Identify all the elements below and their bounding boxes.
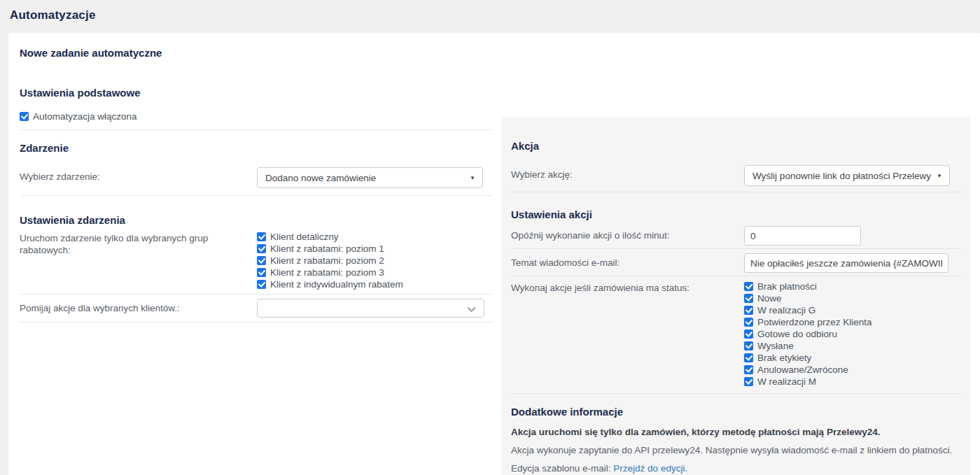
edit-template-label: Edycja szablonu e-mail: [511,463,611,474]
checkbox-checked-icon[interactable] [257,244,266,253]
delay-minutes-input[interactable] [744,226,861,246]
email-subject-input[interactable] [744,253,948,273]
discount-groups-checkbox-list: Klient detaliczny Klient z rabatami: poz… [257,231,403,290]
page-title: Automatyzacje [0,0,980,33]
section-heading-basic-settings: Ustawienia podstawowe [20,86,493,99]
divider [511,276,960,276]
discount-groups-row: Uruchom zdarzenie tylko dla wybranych gr… [20,231,493,290]
section-heading-event-settings: Ustawienia zdarzenia [20,213,493,227]
action-select[interactable]: Wyślij ponownie link do płatności Przele… [744,165,950,186]
automation-enabled-checkbox[interactable]: Automatyzacja włączona [20,111,493,122]
action-select-row: Wybierz akcję: Wyślij ponownie link do p… [511,165,960,186]
divider [511,248,960,249]
order-status-checkbox[interactable]: Brak etykiety [744,352,872,364]
divider [20,195,493,196]
divider [20,294,493,295]
checkbox-checked-icon[interactable] [257,232,266,241]
discount-group-checkbox[interactable]: Klient z indywidualnym rabatem [257,278,403,290]
email-subject-row: Temat wiadomości e-mail: [511,253,960,273]
skip-customers-select[interactable] [257,299,484,318]
divider [20,322,493,322]
event-select-label: Wybierz zdarzenie: [20,167,257,183]
email-subject-label: Temat wiadomości e-mail: [511,253,744,269]
skip-customers-label: Pomijaj akcje dla wybranych klientów.: [20,299,257,314]
caret-down-icon: ▼ [931,173,942,179]
section-heading-event: Zdarzenie [20,141,493,155]
order-status-checkbox[interactable]: Gotowe do odbioru [744,328,872,340]
action-select-label: Wybierz akcję: [511,165,744,180]
checkbox-checked-icon[interactable] [257,280,266,289]
order-status-checkbox[interactable]: W realizacji G [744,304,872,316]
order-status-checkbox-list: Brak płatności Nowe W realizacji G Potwi… [744,281,872,388]
delay-label: Opóźnij wykonanie akcji o ilość minut: [511,226,744,241]
automation-enabled-label: Automatyzacja włączona [33,111,137,122]
order-status-row: Wykonaj akcje jeśli zamówienia ma status… [511,281,960,388]
order-status-checkbox[interactable]: W realizacji M [744,376,872,388]
chevron-down-icon [467,304,476,313]
order-status-checkbox[interactable]: Anulowane/Zwrócone [744,364,872,376]
action-panel: Akcja Wybierz akcję: Wyślij ponownie lin… [501,117,970,475]
event-column: Ustawienia podstawowe Automatyzacja włąc… [20,86,493,322]
order-status-checkbox[interactable]: Nowe [744,292,872,304]
order-status-checkbox[interactable]: Wysłane [744,340,872,352]
discount-group-checkbox[interactable]: Klient z rabatami: poziom 1 [257,243,403,255]
section-heading-action-settings: Ustawienia akcji [511,208,960,221]
checkbox-checked-icon[interactable] [744,329,753,339]
columns-container: Ustawienia podstawowe Automatyzacja włąc… [20,86,980,475]
discount-group-checkbox[interactable]: Klient z rabatami: poziom 3 [257,267,403,278]
info-bold-text: Akcja uruchomi się tylko dla zamówień, k… [511,427,960,437]
checkbox-checked-icon[interactable] [744,365,753,374]
section-heading-additional-info: Dodatkowe informacje [511,405,960,418]
checkbox-checked-icon[interactable] [744,341,753,350]
caret-down-icon: ▼ [464,175,475,181]
discount-group-checkbox[interactable]: Klient z rabatami: poziom 2 [257,255,403,267]
order-status-checkbox[interactable]: Potwierdzone przez Klienta [744,316,872,328]
edit-template-line: Edycja szablonu e-mail: Przejdź do edycj… [511,463,960,474]
card-title: Nowe zadanie automatyczne [20,47,980,59]
discount-groups-label: Uruchom zdarzenie tylko dla wybranych gr… [20,231,257,256]
order-status-checkbox[interactable]: Brak płatności [744,281,872,292]
checkbox-checked-icon[interactable] [744,318,753,327]
checkbox-checked-icon[interactable] [20,112,29,121]
checkbox-checked-icon[interactable] [744,294,753,303]
order-status-label: Wykonaj akcje jeśli zamówienia ma status… [511,281,744,294]
divider [511,393,960,394]
event-select-row: Wybierz zdarzenie: Dodano nowe zamówieni… [20,167,493,188]
event-select-value: Dodano nowe zamówienie [265,173,376,183]
skip-customers-row: Pomijaj akcje dla wybranych klientów.: [20,299,493,318]
discount-group-checkbox[interactable]: Klient detaliczny [257,231,403,243]
section-heading-action: Akcja [511,139,960,153]
checkbox-checked-icon[interactable] [744,282,753,291]
checkbox-checked-icon[interactable] [744,377,753,386]
info-text: Akcja wykonuje zapytanie do API przelewy… [511,445,960,455]
divider [511,192,960,192]
checkbox-checked-icon[interactable] [257,256,266,265]
checkbox-checked-icon[interactable] [257,268,266,277]
edit-template-link[interactable]: Przejdź do edycji. [613,463,687,474]
new-automation-card: Nowe zadanie automatyczne Ustawienia pod… [8,33,980,475]
event-select[interactable]: Dodano nowe zamówienie ▼ [257,167,483,188]
divider [20,129,493,130]
delay-row: Opóźnij wykonanie akcji o ilość minut: [511,226,960,246]
action-select-value: Wyślij ponownie link do płatności Przele… [752,171,931,181]
checkbox-checked-icon[interactable] [744,353,753,362]
checkbox-checked-icon[interactable] [744,306,753,315]
